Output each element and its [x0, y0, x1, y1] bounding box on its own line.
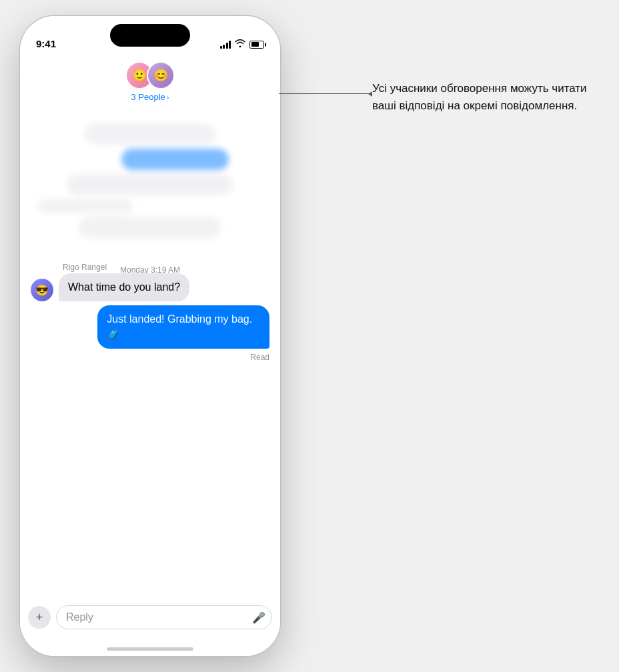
- avatar-2: 😊: [147, 61, 175, 89]
- battery-fill: [251, 42, 259, 47]
- wifi-icon: [235, 39, 245, 49]
- status-icons: [220, 39, 265, 49]
- screen: 9:41: [20, 16, 280, 656]
- annotation-line: [279, 93, 372, 94]
- chevron-icon: ›: [167, 93, 169, 101]
- home-indicator: [107, 647, 193, 651]
- people-label[interactable]: 3 People ›: [131, 92, 169, 102]
- status-time: 9:41: [36, 38, 56, 49]
- plus-button[interactable]: +: [28, 606, 51, 629]
- phone-shell: 9:41: [20, 16, 280, 656]
- blurred-messages: [20, 113, 280, 273]
- mic-button[interactable]: 🎤: [252, 611, 265, 624]
- reply-placeholder: Reply: [66, 611, 93, 623]
- avatars-row[interactable]: 🙂 😊: [125, 61, 175, 89]
- incoming-bubble: What time do you land?: [59, 273, 189, 301]
- avatar: 😎: [31, 279, 53, 301]
- read-label: Read: [31, 353, 269, 362]
- reply-input[interactable]: Reply: [56, 605, 272, 629]
- table-row: 😎 What time do you land?: [31, 273, 269, 301]
- scene: 9:41: [0, 0, 619, 672]
- annotation-text: Усі учасники обговорення можуть читати в…: [372, 80, 599, 114]
- sender-name: Rigo Rangel: [63, 263, 269, 272]
- signal-icon: [220, 41, 231, 49]
- table-row: Just landed! Grabbing my bag. 🧳: [31, 305, 269, 349]
- avatar-face-2: 😊: [148, 63, 173, 88]
- dynamic-island: [110, 24, 190, 47]
- battery-icon: [249, 41, 264, 49]
- input-area: + Reply 🎤: [20, 599, 280, 636]
- messages-area: Rigo Rangel 😎 What time do you land? Jus…: [20, 263, 280, 362]
- annotation: Усі учасники обговорення можуть читати в…: [372, 80, 599, 114]
- chat-header: 🙂 😊 3 People ›: [20, 55, 280, 102]
- outgoing-bubble: Just landed! Grabbing my bag. 🧳: [97, 305, 269, 349]
